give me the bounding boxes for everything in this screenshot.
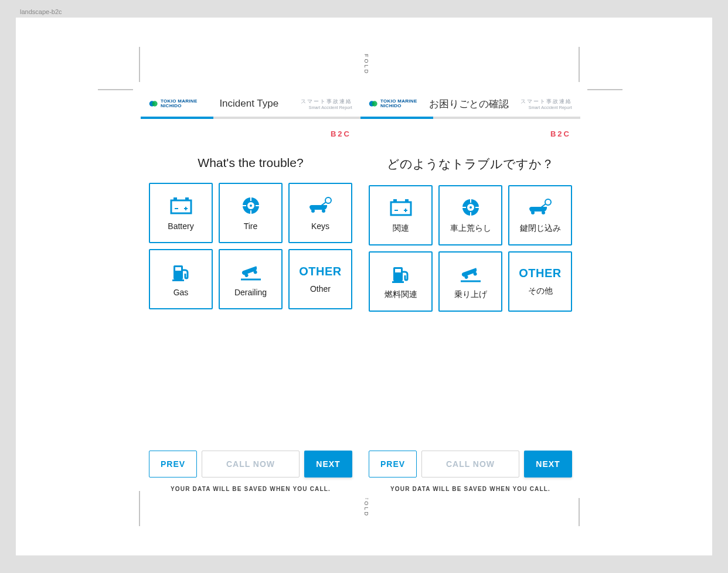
globe-icon	[149, 99, 158, 108]
call-now-button[interactable]: CALL NOW	[421, 451, 519, 477]
artboard-label: landscape-b2c	[20, 8, 62, 15]
card-tire[interactable]: Tire	[219, 183, 283, 243]
svg-rect-9	[174, 197, 177, 200]
panel-en: TOKIO MARINE NICHIDO Incident Type スマート事…	[141, 91, 360, 498]
prompt-text: どのようなトラブルですか？	[360, 156, 580, 172]
card-label: Battery	[168, 221, 193, 231]
brand-logo: TOKIO MARINE NICHIDO	[149, 99, 198, 108]
card-derailing[interactable]: Derailing	[219, 249, 283, 309]
page-title: Incident Type	[219, 98, 278, 110]
svg-rect-8	[171, 200, 191, 213]
svg-point-21	[311, 209, 315, 213]
svg-rect-26	[175, 267, 181, 271]
globe-icon	[369, 99, 378, 108]
svg-point-47	[542, 211, 545, 214]
svg-point-41	[470, 206, 472, 209]
other-text: OTHER	[519, 267, 562, 280]
card-keys-jp[interactable]: 鍵閉じ込み	[508, 185, 572, 245]
prompt-text: What's the trouble?	[141, 156, 360, 170]
other-text: OTHER	[299, 265, 342, 278]
svg-rect-51	[395, 269, 401, 272]
design-canvas: FOLD FOLD TOKIO MARINE NICHIDO Incident …	[16, 18, 712, 555]
svg-rect-35	[405, 199, 409, 202]
card-gas[interactable]: Gas	[149, 249, 213, 309]
card-label: Derailing	[234, 288, 267, 297]
gas-icon	[168, 262, 195, 282]
card-battery-jp[interactable]: 関連	[369, 185, 433, 245]
call-now-button[interactable]: CALL NOW	[202, 451, 300, 477]
card-label: 車上荒らし	[450, 223, 491, 234]
version-tag: B2C	[360, 119, 580, 138]
card-keys[interactable]: Keys	[288, 183, 352, 243]
card-other[interactable]: OTHER Other	[288, 249, 352, 309]
card-battery[interactable]: Battery	[149, 183, 213, 243]
card-derailing-jp[interactable]: 乗り上げ	[438, 251, 502, 312]
card-label: Keys	[311, 221, 329, 231]
brand-line2: NICHIDO	[161, 104, 198, 108]
svg-point-46	[531, 211, 535, 214]
svg-rect-33	[391, 202, 411, 215]
svg-point-7	[152, 101, 157, 106]
card-label: 関連	[393, 223, 409, 234]
svg-rect-27	[172, 279, 184, 281]
panel-jp: TOKIO MARINE NICHIDO お困りごとの確認 スマート事故連絡 S…	[360, 91, 580, 498]
card-tire-jp[interactable]: 車上荒らし	[438, 185, 502, 245]
keys-icon	[307, 196, 334, 216]
battery-icon	[168, 196, 195, 216]
version-tag: B2C	[141, 119, 360, 138]
card-label: Gas	[174, 288, 189, 297]
next-button[interactable]: NEXT	[304, 451, 352, 477]
derailing-icon	[457, 264, 484, 284]
svg-point-22	[322, 209, 325, 213]
progress-bar	[360, 117, 580, 119]
svg-point-48	[545, 199, 551, 205]
smart-report-label: スマート事故連絡 Smart Accident Report	[301, 98, 352, 110]
svg-rect-10	[185, 197, 189, 200]
prev-button[interactable]: PREV	[369, 451, 417, 477]
footnote: YOUR DATA WILL BE SAVED WHEN YOU CALL.	[369, 486, 572, 492]
svg-rect-34	[393, 199, 397, 202]
gas-icon	[387, 264, 414, 284]
fold-label-top: FOLD	[363, 54, 369, 75]
battery-icon	[387, 197, 414, 217]
brand-logo: TOKIO MARINE NICHIDO	[369, 99, 417, 108]
prev-button[interactable]: PREV	[149, 451, 197, 477]
keys-icon	[527, 197, 554, 217]
svg-point-16	[250, 204, 252, 207]
card-label: 鍵閉じ込み	[520, 223, 561, 234]
next-button[interactable]: NEXT	[524, 451, 572, 477]
smart-report-label: スマート事故連絡 Smart Accident Report	[521, 98, 572, 110]
tire-icon	[457, 197, 484, 217]
svg-point-23	[325, 197, 331, 203]
card-label: 乗り上げ	[454, 289, 487, 300]
card-label: 燃料関連	[385, 289, 417, 300]
card-label: Other	[310, 284, 331, 294]
card-gas-jp[interactable]: 燃料関連	[369, 251, 433, 312]
page-title: お困りごとの確認	[429, 97, 509, 111]
card-label: Tire	[244, 221, 258, 231]
card-other-jp[interactable]: OTHER その他	[508, 251, 572, 312]
card-label: その他	[528, 286, 553, 296]
svg-rect-52	[392, 281, 404, 283]
brand-line2: NICHIDO	[380, 104, 417, 108]
tire-icon	[237, 196, 264, 216]
fold-label-bottom: FOLD	[363, 496, 369, 517]
svg-point-32	[372, 101, 377, 106]
footnote: YOUR DATA WILL BE SAVED WHEN YOU CALL.	[149, 486, 352, 492]
derailing-icon	[237, 262, 264, 282]
progress-bar	[141, 117, 360, 119]
